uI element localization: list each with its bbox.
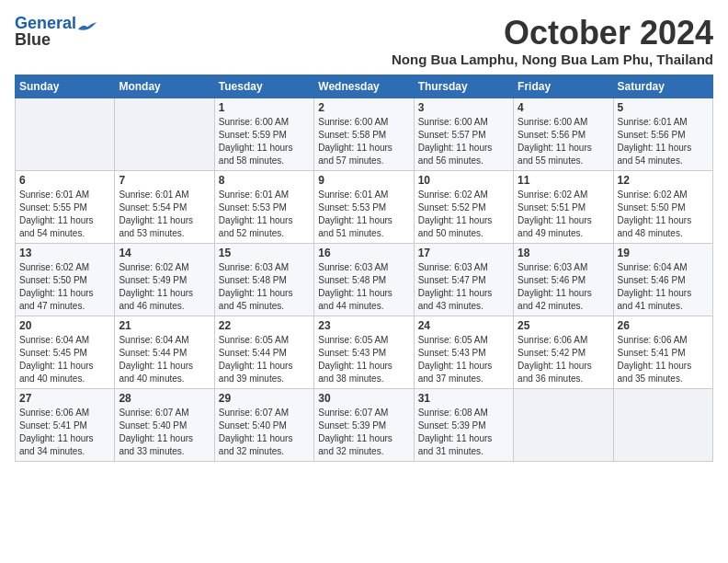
calendar-cell: 26Sunrise: 6:06 AMSunset: 5:41 PMDayligh… [613, 316, 712, 388]
calendar-cell: 6Sunrise: 6:01 AMSunset: 5:55 PMDaylight… [16, 170, 115, 243]
calendar-cell: 28Sunrise: 6:07 AMSunset: 5:40 PMDayligh… [115, 388, 214, 461]
weekday-header: Saturday [613, 75, 712, 98]
day-number: 24 [418, 319, 509, 332]
day-number: 22 [219, 319, 310, 332]
calendar-cell: 22Sunrise: 6:05 AMSunset: 5:44 PMDayligh… [214, 316, 313, 388]
day-info: Sunrise: 6:00 AMSunset: 5:58 PMDaylight:… [318, 116, 409, 167]
calendar-cell: 13Sunrise: 6:02 AMSunset: 5:50 PMDayligh… [16, 243, 115, 316]
day-info: Sunrise: 6:02 AMSunset: 5:51 PMDaylight:… [518, 189, 609, 240]
calendar-cell: 19Sunrise: 6:04 AMSunset: 5:46 PMDayligh… [613, 243, 712, 316]
day-number: 20 [19, 319, 110, 332]
day-info: Sunrise: 6:03 AMSunset: 5:47 PMDaylight:… [418, 261, 509, 313]
day-info: Sunrise: 6:01 AMSunset: 5:56 PMDaylight:… [618, 116, 709, 167]
day-info: Sunrise: 6:02 AMSunset: 5:50 PMDaylight:… [618, 189, 709, 240]
day-number: 2 [318, 101, 409, 114]
day-number: 8 [219, 174, 310, 187]
day-number: 10 [418, 174, 509, 187]
day-number: 6 [19, 174, 110, 187]
day-info: Sunrise: 6:00 AMSunset: 5:57 PMDaylight:… [418, 116, 509, 167]
day-info: Sunrise: 6:01 AMSunset: 5:55 PMDaylight:… [19, 189, 110, 240]
day-number: 11 [518, 174, 609, 187]
day-info: Sunrise: 6:05 AMSunset: 5:43 PMDaylight:… [418, 334, 509, 385]
day-info: Sunrise: 6:05 AMSunset: 5:44 PMDaylight:… [219, 334, 310, 385]
day-number: 18 [518, 247, 609, 259]
calendar-week-row: 6Sunrise: 6:01 AMSunset: 5:55 PMDaylight… [16, 170, 713, 243]
calendar-cell [115, 98, 214, 170]
month-title: October 2024 [392, 15, 713, 52]
calendar-cell: 10Sunrise: 6:02 AMSunset: 5:52 PMDayligh… [414, 170, 513, 243]
day-number: 19 [618, 247, 709, 259]
day-number: 3 [418, 101, 509, 114]
calendar-cell: 2Sunrise: 6:00 AMSunset: 5:58 PMDaylight… [314, 98, 414, 170]
day-number: 29 [219, 392, 310, 405]
calendar-header: SundayMondayTuesdayWednesdayThursdayFrid… [16, 75, 713, 98]
day-info: Sunrise: 6:04 AMSunset: 5:44 PMDaylight:… [119, 334, 210, 385]
calendar-cell: 9Sunrise: 6:01 AMSunset: 5:53 PMDaylight… [314, 170, 414, 243]
day-info: Sunrise: 6:05 AMSunset: 5:43 PMDaylight:… [318, 334, 409, 385]
calendar-cell: 12Sunrise: 6:02 AMSunset: 5:50 PMDayligh… [613, 170, 712, 243]
calendar-week-row: 13Sunrise: 6:02 AMSunset: 5:50 PMDayligh… [16, 243, 713, 316]
calendar-cell: 7Sunrise: 6:01 AMSunset: 5:54 PMDaylight… [115, 170, 214, 243]
day-info: Sunrise: 6:06 AMSunset: 5:41 PMDaylight:… [19, 407, 110, 458]
calendar-cell: 20Sunrise: 6:04 AMSunset: 5:45 PMDayligh… [16, 316, 115, 388]
day-info: Sunrise: 6:08 AMSunset: 5:39 PMDaylight:… [418, 407, 509, 458]
day-number: 4 [518, 101, 609, 114]
calendar-week-row: 27Sunrise: 6:06 AMSunset: 5:41 PMDayligh… [16, 388, 713, 461]
day-number: 27 [19, 392, 110, 405]
calendar-cell: 27Sunrise: 6:06 AMSunset: 5:41 PMDayligh… [16, 388, 115, 461]
day-number: 21 [119, 319, 210, 332]
day-number: 1 [219, 101, 310, 114]
logo-text: General Blue [15, 15, 76, 48]
day-number: 13 [19, 247, 110, 259]
day-info: Sunrise: 6:04 AMSunset: 5:46 PMDaylight:… [618, 261, 709, 313]
calendar-cell: 15Sunrise: 6:03 AMSunset: 5:48 PMDayligh… [214, 243, 313, 316]
day-number: 17 [418, 247, 509, 259]
logo-bird-icon [78, 22, 97, 33]
day-number: 14 [119, 247, 210, 259]
day-info: Sunrise: 6:06 AMSunset: 5:42 PMDaylight:… [518, 334, 609, 385]
day-number: 31 [418, 392, 509, 405]
day-info: Sunrise: 6:00 AMSunset: 5:56 PMDaylight:… [518, 116, 609, 167]
day-info: Sunrise: 6:01 AMSunset: 5:53 PMDaylight:… [318, 189, 409, 240]
calendar-cell: 17Sunrise: 6:03 AMSunset: 5:47 PMDayligh… [414, 243, 513, 316]
location-subtitle: Nong Bua Lamphu, Nong Bua Lam Phu, Thail… [392, 52, 713, 67]
day-number: 5 [618, 101, 709, 114]
calendar-cell: 23Sunrise: 6:05 AMSunset: 5:43 PMDayligh… [314, 316, 414, 388]
day-info: Sunrise: 6:07 AMSunset: 5:40 PMDaylight:… [219, 407, 310, 458]
day-info: Sunrise: 6:03 AMSunset: 5:48 PMDaylight:… [318, 261, 409, 313]
day-number: 12 [618, 174, 709, 187]
calendar-cell: 1Sunrise: 6:00 AMSunset: 5:59 PMDaylight… [214, 98, 313, 170]
calendar-cell: 8Sunrise: 6:01 AMSunset: 5:53 PMDaylight… [214, 170, 313, 243]
calendar-cell: 24Sunrise: 6:05 AMSunset: 5:43 PMDayligh… [414, 316, 513, 388]
calendar-cell: 4Sunrise: 6:00 AMSunset: 5:56 PMDaylight… [514, 98, 613, 170]
calendar-body: 1Sunrise: 6:00 AMSunset: 5:59 PMDaylight… [16, 98, 713, 461]
day-info: Sunrise: 6:02 AMSunset: 5:52 PMDaylight:… [418, 189, 509, 240]
calendar-table: SundayMondayTuesdayWednesdayThursdayFrid… [15, 75, 713, 462]
day-info: Sunrise: 6:07 AMSunset: 5:40 PMDaylight:… [119, 407, 210, 458]
calendar-cell: 3Sunrise: 6:00 AMSunset: 5:57 PMDaylight… [414, 98, 513, 170]
day-info: Sunrise: 6:03 AMSunset: 5:48 PMDaylight:… [219, 261, 310, 313]
weekday-header: Tuesday [214, 75, 313, 98]
day-number: 28 [119, 392, 210, 405]
calendar-cell: 5Sunrise: 6:01 AMSunset: 5:56 PMDaylight… [613, 98, 712, 170]
day-number: 15 [219, 247, 310, 259]
calendar-cell [16, 98, 115, 170]
calendar-cell: 18Sunrise: 6:03 AMSunset: 5:46 PMDayligh… [514, 243, 613, 316]
calendar-week-row: 20Sunrise: 6:04 AMSunset: 5:45 PMDayligh… [16, 316, 713, 388]
weekday-header: Thursday [414, 75, 513, 98]
weekday-header: Sunday [16, 75, 115, 98]
day-info: Sunrise: 6:01 AMSunset: 5:54 PMDaylight:… [119, 189, 210, 240]
calendar-cell: 11Sunrise: 6:02 AMSunset: 5:51 PMDayligh… [514, 170, 613, 243]
calendar-cell: 31Sunrise: 6:08 AMSunset: 5:39 PMDayligh… [414, 388, 513, 461]
day-info: Sunrise: 6:00 AMSunset: 5:59 PMDaylight:… [219, 116, 310, 167]
day-number: 25 [518, 319, 609, 332]
calendar-cell: 16Sunrise: 6:03 AMSunset: 5:48 PMDayligh… [314, 243, 414, 316]
calendar-cell: 21Sunrise: 6:04 AMSunset: 5:44 PMDayligh… [115, 316, 214, 388]
day-info: Sunrise: 6:06 AMSunset: 5:41 PMDaylight:… [618, 334, 709, 385]
day-info: Sunrise: 6:03 AMSunset: 5:46 PMDaylight:… [518, 261, 609, 313]
day-info: Sunrise: 6:04 AMSunset: 5:45 PMDaylight:… [19, 334, 110, 385]
calendar-cell: 29Sunrise: 6:07 AMSunset: 5:40 PMDayligh… [214, 388, 313, 461]
weekday-header: Wednesday [314, 75, 414, 98]
day-number: 9 [318, 174, 409, 187]
day-number: 30 [318, 392, 409, 405]
